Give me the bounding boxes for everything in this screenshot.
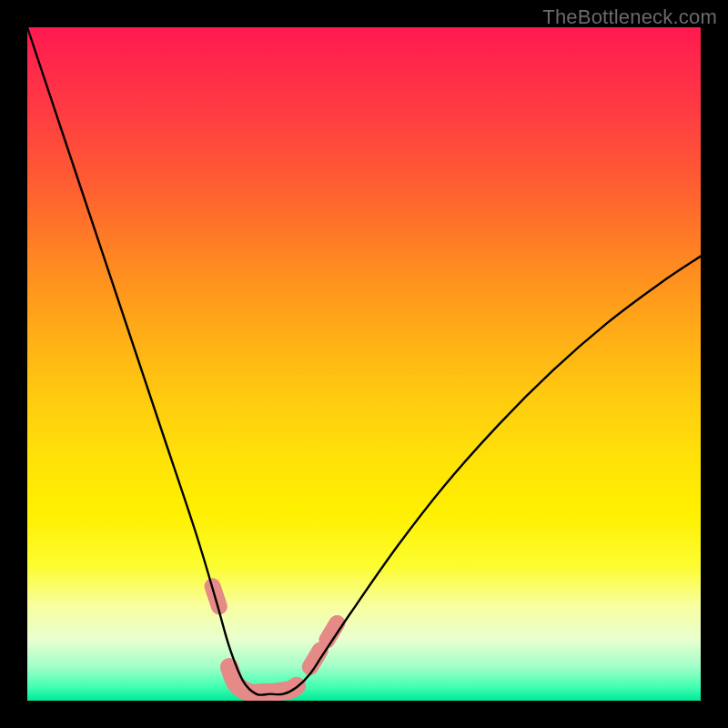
chart-frame: TheBottleneck.com <box>0 0 728 728</box>
chart-overlay <box>27 27 701 701</box>
highlight-segment <box>229 667 297 693</box>
highlight-group <box>213 586 338 693</box>
highlight-segment <box>310 651 320 668</box>
highlight-segment <box>327 623 337 641</box>
watermark-text: TheBottleneck.com <box>542 5 717 29</box>
bottleneck-curve <box>27 27 701 695</box>
